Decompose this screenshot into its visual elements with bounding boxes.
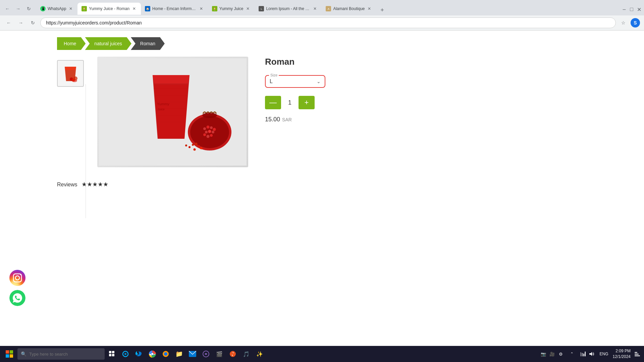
edge-icon [135,350,143,358]
decrement-button[interactable]: — [265,96,281,109]
product-thumbnail[interactable] [57,60,84,87]
tab-yummy-roman[interactable]: 🍹 Yummy Juice - Roman ✕ [77,3,141,15]
svg-marker-66 [589,352,592,356]
svg-rect-45 [6,354,9,358]
notification-button[interactable] [633,350,641,358]
alamani-favicon-icon: A [326,6,331,11]
tab-yummy-close[interactable]: ✕ [245,6,251,11]
increment-button[interactable]: + [299,96,315,109]
bookmark-button[interactable]: ☆ [619,18,628,27]
juice-photo: Yummy Juice [97,57,248,167]
refresh-button[interactable]: ↻ [24,4,34,13]
quantity-controls: — 1 + [265,96,587,109]
svg-rect-65 [585,352,586,356]
svg-text:Juice: Juice [157,108,165,111]
tab-whatsapp-close[interactable]: ✕ [68,6,73,11]
music-button[interactable]: 🎵 [240,348,252,360]
tray-expand-button[interactable]: ⌃ [566,348,578,360]
price-currency: SAR [282,117,292,122]
tab-whatsapp[interactable]: 📱 WhatsApp ✕ [36,3,77,15]
maximize-button[interactable]: □ [629,6,634,11]
whatsapp-icon[interactable] [9,290,25,306]
mail-button[interactable] [186,348,199,360]
system-clock[interactable]: 2:09 PM 12/1/2024 [613,348,631,360]
forward-addr-button[interactable]: → [16,18,25,27]
tab-lorem-close[interactable]: ✕ [312,6,318,11]
address-input[interactable] [40,17,616,28]
back-button[interactable]: ← [3,4,12,13]
submit-area: Submit [265,130,587,146]
firefox-button[interactable] [160,348,172,360]
tab-emcan-close[interactable]: ✕ [199,6,204,11]
cortana-button[interactable] [119,348,131,360]
tab-yummy-roman-label: Yummy Juice - Roman [89,6,129,11]
tab-emcan-label: Home - Emcan Informati... [152,6,197,11]
chevron-down-icon: ⌄ [317,79,321,84]
wifi-icon[interactable] [579,350,587,358]
svg-point-25 [208,130,211,133]
social-icons [9,270,25,306]
volume-icon[interactable] [588,350,595,358]
copilot-button[interactable] [200,348,212,360]
breadcrumb-roman[interactable]: Roman [131,37,165,50]
cortana-icon [122,351,129,357]
svg-marker-1 [65,67,76,70]
svg-rect-43 [6,350,9,354]
svg-point-27 [203,133,206,136]
edge-button[interactable] [133,348,145,360]
torrent-button[interactable] [227,348,239,360]
window-controls: – □ ✕ [622,6,641,11]
task-view-icon [109,351,115,357]
taskbar-view-button[interactable] [106,348,118,360]
svg-text:Yummy: Yummy [157,102,170,106]
tab-yummy-label: Yummy Juice [219,6,243,11]
nav-controls: ← → ↻ [3,4,34,13]
taskbar-search-input[interactable] [29,352,96,357]
minimize-button[interactable]: – [622,6,627,11]
tab-emcan[interactable]: 🏠 Home - Emcan Informati... ✕ [141,3,208,15]
svg-point-20 [203,127,206,130]
clock-time: 2:09 PM [613,348,631,354]
star-button[interactable]: ✨ [254,348,266,360]
svg-point-52 [124,353,126,355]
taskbar: 🔍 [0,346,644,362]
tab-lorem[interactable]: L Lorem Ipsum - All the fa... ✕ [255,3,322,15]
tab-yummy[interactable]: 🍹 Yummy Juice ✕ [208,3,255,15]
tab-lorem-label: Lorem Ipsum - All the fa... [266,6,310,11]
video-tray-icon[interactable]: 🎥 [548,350,556,358]
svg-rect-50 [112,354,114,356]
new-tab-button[interactable]: + [377,5,387,15]
camera-tray-icon[interactable]: 📷 [540,350,547,358]
tab-alamani-close[interactable]: ✕ [367,6,372,11]
breadcrumb-home[interactable]: Home [57,37,86,50]
decrement-icon: — [269,98,277,107]
emcan-favicon-icon: 🏠 [145,6,150,11]
reviews-title: Reviews [57,182,77,187]
svg-point-30 [202,113,217,118]
tab-whatsapp-label: WhatsApp [48,6,66,11]
video-button[interactable]: 🎬 [213,348,225,360]
file-explorer-button[interactable]: 📁 [173,348,185,360]
forward-button[interactable]: → [13,4,23,13]
breadcrumb-natural[interactable]: natural juices [85,37,131,50]
speaker-icon [589,352,594,356]
tab-yummy-roman-close[interactable]: ✕ [131,6,137,11]
instagram-icon[interactable] [9,270,25,286]
chrome-icon [149,350,156,358]
close-window-button[interactable]: ✕ [637,6,641,11]
chrome-button[interactable] [146,348,158,360]
size-dropdown[interactable]: Size L ⌄ [265,75,325,88]
product-container: Yummy Juice [0,57,644,167]
back-addr-button[interactable]: ← [4,18,13,27]
svg-point-34 [200,147,203,149]
system-tray: 📷 🎥 ⚙ ⌃ [540,348,595,360]
lorem-favicon-icon: L [259,6,264,11]
settings-tray-icon[interactable]: ⚙ [557,350,565,358]
profile-avatar[interactable]: S [631,18,640,27]
taskbar-search[interactable]: 🔍 [17,348,105,360]
language-indicator[interactable]: ENG [598,350,610,358]
refresh-addr-button[interactable]: ↻ [28,18,38,27]
start-button[interactable] [3,347,16,361]
tab-alamani[interactable]: A Alamani Boutique ✕ [322,3,376,15]
size-select-inner[interactable]: L ⌄ [270,78,321,84]
